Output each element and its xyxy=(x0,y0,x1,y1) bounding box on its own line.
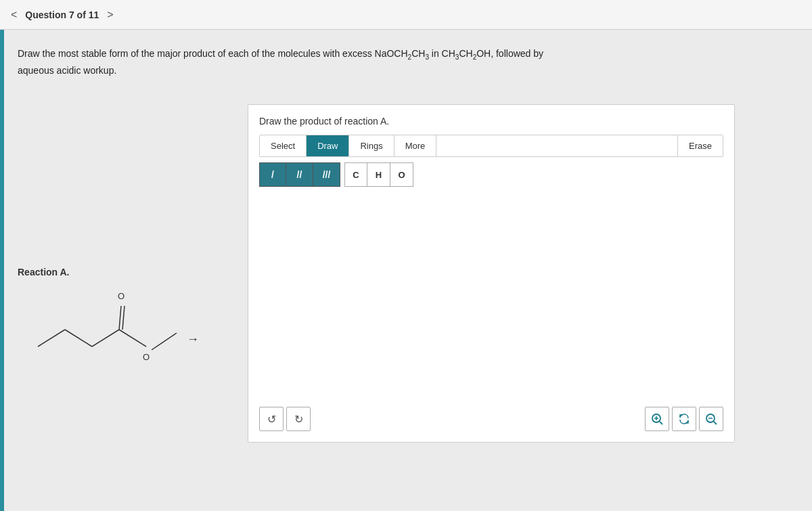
draw-tool-button[interactable]: Draw xyxy=(307,135,349,156)
reaction-label: Reaction A. xyxy=(18,267,221,277)
svg-text:O: O xyxy=(118,291,125,301)
erase-tool-button[interactable]: Erase xyxy=(677,135,723,156)
select-tool-button[interactable]: Select xyxy=(260,135,307,156)
zoom-in-button[interactable] xyxy=(645,407,669,431)
main-content: Draw the most stable form of the major p… xyxy=(4,30,812,511)
double-bond-button[interactable]: // xyxy=(286,162,313,187)
draw-panel-title: Draw the product of reaction A. xyxy=(259,116,723,127)
redo-button[interactable]: ↻ xyxy=(286,407,311,431)
svg-line-12 xyxy=(660,422,662,424)
more-tool-button[interactable]: More xyxy=(394,135,437,156)
top-navigation: < Question 7 of 11 > xyxy=(0,0,812,30)
single-bond-button[interactable]: / xyxy=(259,162,286,187)
svg-line-4 xyxy=(122,306,125,330)
zoom-reset-icon xyxy=(678,413,690,425)
svg-line-9 xyxy=(152,333,177,350)
zoom-in-icon xyxy=(651,413,663,425)
main-toolbar: Select Draw Rings More Erase xyxy=(259,135,723,157)
svg-line-0 xyxy=(38,330,65,347)
carbon-atom-button[interactable]: C xyxy=(344,162,367,187)
triple-bond-icon: /// xyxy=(323,169,331,180)
double-bond-icon: // xyxy=(297,169,302,180)
svg-line-3 xyxy=(119,306,121,330)
zoom-reset-button[interactable] xyxy=(672,407,696,431)
question-counter: Question 7 of 11 xyxy=(25,9,99,20)
zoom-out-icon xyxy=(705,413,717,425)
triple-bond-button[interactable]: /// xyxy=(313,162,340,187)
single-bond-icon: / xyxy=(271,169,274,180)
svg-line-2 xyxy=(92,330,119,347)
svg-line-1 xyxy=(65,330,92,347)
next-question-button[interactable]: > xyxy=(107,9,113,21)
undo-redo-toolbar: ↺ ↻ xyxy=(259,407,311,431)
drawing-canvas[interactable] xyxy=(259,192,723,422)
reaction-structure: O O → xyxy=(18,286,221,374)
zoom-out-button[interactable] xyxy=(699,407,723,431)
prev-question-button[interactable]: < xyxy=(11,9,17,21)
reaction-section: Reaction A. O O → xyxy=(18,267,221,374)
svg-line-16 xyxy=(714,422,717,424)
rings-tool-button[interactable]: Rings xyxy=(349,135,394,156)
oxygen-atom-button[interactable]: O xyxy=(390,162,413,187)
svg-text:→: → xyxy=(187,332,199,346)
undo-button[interactable]: ↺ xyxy=(259,407,284,431)
draw-panel: Draw the product of reaction A. Select D… xyxy=(248,104,735,443)
svg-text:O: O xyxy=(143,352,150,362)
question-text: Draw the most stable form of the major p… xyxy=(18,46,627,78)
hydrogen-atom-button[interactable]: H xyxy=(367,162,390,187)
svg-line-6 xyxy=(119,330,146,347)
zoom-toolbar xyxy=(645,407,723,431)
bond-atom-row: / // /// C H O xyxy=(259,162,723,187)
